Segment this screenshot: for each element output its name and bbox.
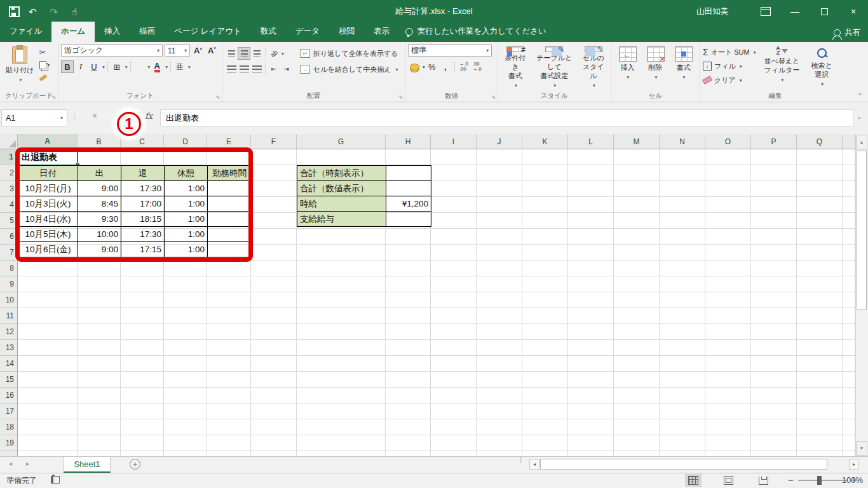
- cell-F16[interactable]: [251, 388, 297, 403]
- cell-Q11[interactable]: [797, 308, 843, 324]
- cell-N6[interactable]: [660, 229, 705, 245]
- font-color-dropdown-icon[interactable]: ▾: [165, 64, 168, 70]
- cell-H8[interactable]: [386, 261, 431, 276]
- cell-C13[interactable]: [121, 340, 164, 356]
- cell-Q15[interactable]: [797, 372, 843, 388]
- alignment-dialog-launcher[interactable]: ⇘: [398, 94, 403, 100]
- font-name-combo[interactable]: 游ゴシック▾: [61, 44, 163, 57]
- cell-L3[interactable]: [568, 181, 614, 197]
- cell-E13[interactable]: [207, 340, 251, 356]
- cell-I14[interactable]: [431, 356, 477, 372]
- cell-A16[interactable]: [18, 388, 78, 403]
- cell-C9[interactable]: [121, 276, 164, 292]
- cell-E17[interactable]: [207, 403, 251, 419]
- cell-E8[interactable]: [207, 261, 251, 276]
- cell-O12[interactable]: [705, 324, 751, 340]
- cell-P13[interactable]: [751, 340, 797, 356]
- cell-H17[interactable]: [386, 403, 431, 419]
- cell-A15[interactable]: [18, 372, 78, 388]
- cell-E14[interactable]: [207, 356, 251, 372]
- cell-sliver-4[interactable]: [843, 197, 855, 213]
- touch-mode-button[interactable]: ☝▾: [71, 7, 81, 17]
- row-header-15[interactable]: 15: [0, 372, 18, 388]
- page-break-view-button[interactable]: [755, 474, 771, 487]
- cell-sliver-11[interactable]: [843, 308, 855, 324]
- cell-sliver-18[interactable]: [843, 419, 855, 435]
- cell-H20[interactable]: [386, 451, 431, 456]
- cell-I18[interactable]: [431, 419, 477, 435]
- cell-F8[interactable]: [251, 261, 297, 276]
- cell-F12[interactable]: [251, 324, 297, 340]
- cell-G20[interactable]: [297, 451, 386, 456]
- cell-G8[interactable]: [297, 261, 386, 276]
- cell-L19[interactable]: [568, 435, 614, 451]
- cell-L9[interactable]: [568, 276, 614, 292]
- column-header-M[interactable]: M: [614, 134, 660, 149]
- cell-L16[interactable]: [568, 388, 614, 403]
- conditional-formatting-button[interactable]: ≠ 条件付き 書式▾: [501, 44, 530, 90]
- redo-button[interactable]: ↷▾: [50, 7, 63, 17]
- cell-J8[interactable]: [477, 261, 522, 276]
- cell-B8[interactable]: [78, 261, 121, 276]
- cell-N14[interactable]: [660, 356, 705, 372]
- paste-dropdown-icon[interactable]: ▾: [19, 77, 22, 83]
- tab-scroll-splitter[interactable]: ⁞: [520, 458, 522, 463]
- cell-P3[interactable]: [751, 181, 797, 197]
- cell-A9[interactable]: [18, 276, 78, 292]
- cell-sliver-10[interactable]: [843, 292, 855, 308]
- cell-M10[interactable]: [614, 292, 660, 308]
- font-size-combo[interactable]: 11▾: [165, 44, 190, 57]
- cell-L15[interactable]: [568, 372, 614, 388]
- cell-M13[interactable]: [614, 340, 660, 356]
- name-box-dropdown-icon[interactable]: ▾: [60, 115, 63, 121]
- cell-C11[interactable]: [121, 308, 164, 324]
- cell-G17[interactable]: [297, 403, 386, 419]
- cell-J4[interactable]: [477, 197, 522, 213]
- cell-L6[interactable]: [568, 229, 614, 245]
- cell-E12[interactable]: [207, 324, 251, 340]
- cell-P5[interactable]: [751, 213, 797, 229]
- cut-button[interactable]: ✂: [37, 46, 52, 58]
- cell-N7[interactable]: [660, 245, 705, 261]
- cell-B10[interactable]: [78, 292, 121, 308]
- cell-A10[interactable]: [18, 292, 78, 308]
- cell-L10[interactable]: [568, 292, 614, 308]
- cell-Q2[interactable]: [797, 165, 843, 181]
- accounting-dropdown-icon[interactable]: ▾: [423, 64, 425, 70]
- cell-I1[interactable]: [431, 149, 477, 165]
- cell-O3[interactable]: [705, 181, 751, 197]
- cell-G11[interactable]: [297, 308, 386, 324]
- cell-F13[interactable]: [251, 340, 297, 356]
- comma-style-button[interactable]: ,: [439, 60, 452, 73]
- cell-M2[interactable]: [614, 165, 660, 181]
- cell-N9[interactable]: [660, 276, 705, 292]
- hscroll-left-button[interactable]: ◂: [529, 459, 539, 470]
- align-left-button[interactable]: [225, 62, 238, 75]
- normal-view-button[interactable]: [685, 474, 702, 487]
- underline-dropdown-icon[interactable]: ▾: [102, 64, 105, 70]
- cell-H6[interactable]: [386, 229, 431, 245]
- cell-F9[interactable]: [251, 276, 297, 292]
- cell-sliver-19[interactable]: [843, 435, 855, 451]
- merge-dropdown-icon[interactable]: ▾: [396, 67, 398, 72]
- cell-E20[interactable]: [207, 451, 251, 456]
- cell-sliver-14[interactable]: [843, 356, 855, 372]
- cell-O13[interactable]: [705, 340, 751, 356]
- cell-B20[interactable]: [78, 451, 121, 456]
- cell-K11[interactable]: [522, 308, 568, 324]
- cell-O10[interactable]: [705, 292, 751, 308]
- column-header-J[interactable]: J: [477, 134, 522, 149]
- underline-button[interactable]: U: [88, 60, 100, 73]
- cell-K3[interactable]: [522, 181, 568, 197]
- cell-B17[interactable]: [78, 403, 121, 419]
- cell-O19[interactable]: [705, 435, 751, 451]
- cell-D16[interactable]: [164, 388, 207, 403]
- cancel-entry-button[interactable]: ×: [92, 111, 97, 121]
- cell-I19[interactable]: [431, 435, 477, 451]
- cell-I13[interactable]: [431, 340, 477, 356]
- cell-G19[interactable]: [297, 435, 386, 451]
- cell-sliver-20[interactable]: [843, 451, 855, 456]
- cell-sliver-15[interactable]: [843, 372, 855, 388]
- cell-A12[interactable]: [18, 324, 78, 340]
- cell-P11[interactable]: [751, 308, 797, 324]
